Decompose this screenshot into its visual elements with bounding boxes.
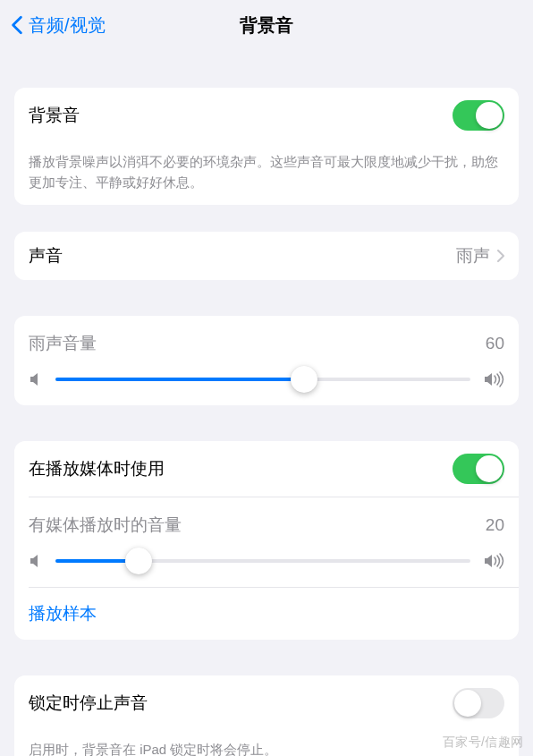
toggle-knob	[454, 690, 481, 717]
background-sound-toggle[interactable]	[453, 100, 504, 131]
slider-thumb	[291, 366, 317, 393]
use-with-media-row: 在播放媒体时使用	[14, 441, 519, 497]
rain-volume-label: 雨声音量	[29, 332, 97, 355]
sound-label: 声音	[29, 244, 63, 268]
sound-row[interactable]: 声音 雨声	[14, 232, 519, 280]
page-title: 背景音	[240, 13, 293, 38]
watermark: 百家号/信趣网	[443, 735, 524, 751]
media-volume-value: 20	[486, 515, 504, 535]
volume-high-icon	[483, 553, 504, 569]
media-volume-slider[interactable]	[55, 559, 470, 563]
volume-high-icon	[483, 371, 504, 387]
background-sound-label: 背景音	[29, 104, 80, 127]
lock-stop-label: 锁定时停止声音	[29, 692, 148, 715]
rain-volume-value: 60	[486, 334, 504, 353]
toggle-knob	[476, 102, 503, 129]
background-sound-row: 背景音	[14, 88, 519, 143]
use-with-media-label: 在播放媒体时使用	[29, 457, 165, 480]
toggle-knob	[476, 455, 503, 482]
nav-bar: 音频/视觉 背景音	[0, 0, 533, 50]
sound-value: 雨声	[456, 244, 490, 268]
sound-selection-card: 声音 雨声	[14, 232, 519, 280]
rain-volume-slider[interactable]	[55, 378, 470, 381]
back-label: 音频/视觉	[29, 13, 106, 38]
back-button[interactable]: 音频/视觉	[11, 13, 106, 38]
rain-volume-card: 雨声音量 60	[14, 316, 519, 405]
play-sample-link[interactable]: 播放样本	[29, 604, 97, 623]
volume-low-icon	[29, 553, 43, 569]
use-with-media-toggle[interactable]	[453, 454, 504, 484]
slider-thumb	[125, 548, 152, 574]
chevron-right-icon	[497, 250, 504, 262]
lock-stop-row: 锁定时停止声音	[14, 675, 519, 731]
volume-low-icon	[29, 371, 43, 387]
background-sound-card: 背景音 播放背景噪声以消弭不必要的环境杂声。这些声音可最大限度地减少干扰，助您更…	[14, 88, 519, 205]
media-volume-label: 有媒体播放时的音量	[29, 514, 182, 537]
lock-stop-toggle[interactable]	[453, 688, 504, 718]
background-sound-description: 播放背景噪声以消弭不必要的环境杂声。这些声音可最大限度地减少干扰，助您更加专注、…	[14, 143, 519, 205]
chevron-left-icon	[11, 15, 23, 35]
media-card: 在播放媒体时使用 有媒体播放时的音量 20	[14, 441, 519, 640]
